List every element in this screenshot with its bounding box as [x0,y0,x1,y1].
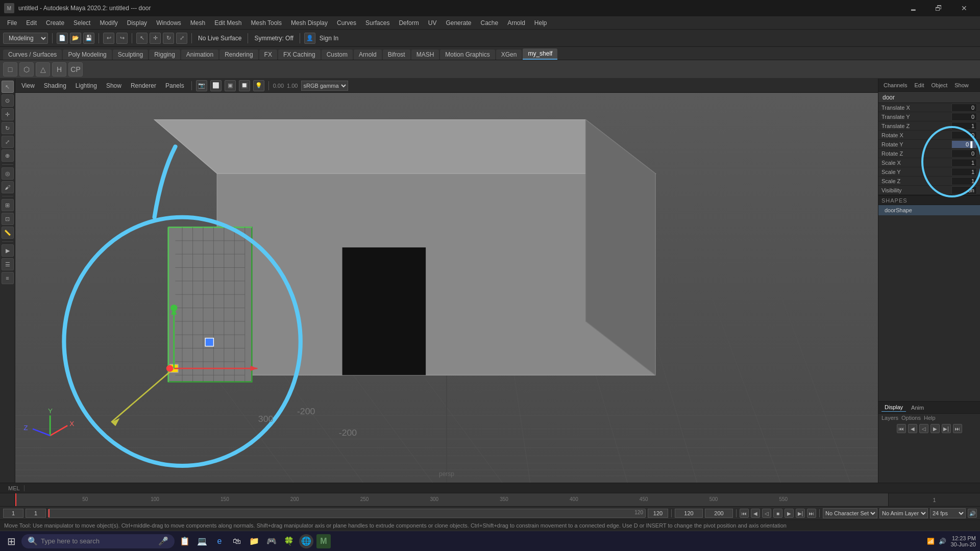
move-tool-btn[interactable]: ✛ [150,33,161,44]
shelf-tab-rendering[interactable]: Rendering [219,49,258,60]
channel-value-rx[interactable]: 0 [951,131,977,139]
shelf-tab-custom[interactable]: Custom [322,49,353,60]
timeline-bar[interactable]: 1 50 100 150 200 250 300 350 400 450 500… [0,493,980,507]
end-frame-input[interactable] [648,509,668,518]
vp-menu-panels[interactable]: Panels [162,81,187,90]
menu-modify[interactable]: Modify [95,18,121,28]
shelf-icon-3[interactable]: △ [36,62,50,77]
skip-back-btn[interactable]: ⏮ [897,424,906,433]
app-5[interactable]: 🎮 [264,534,279,548]
shelf-tab-arnold[interactable]: Arnold [354,49,382,60]
channel-value-vis[interactable]: on [951,186,977,194]
universal-tool[interactable]: ⊕ [2,149,14,162]
menu-edit[interactable]: Edit [22,18,41,28]
menu-file[interactable]: File [3,18,21,28]
undo-btn[interactable]: ↩ [103,33,114,44]
vp-menu-show[interactable]: Show [103,81,125,90]
tl-stop[interactable]: ■ [773,509,782,518]
chrome-btn[interactable]: 🌐 [299,534,313,548]
mode-dropdown[interactable]: Modeling Rigging Animation [3,33,48,44]
close-button[interactable]: ✕ [952,0,976,16]
app-6[interactable]: 🍀 [282,534,296,548]
channel-rotate-x[interactable]: Rotate X 0 [878,131,980,140]
shelf-icon-cp[interactable]: CP [68,62,83,77]
no-anim-layer-dropdown[interactable]: No Anim Layer [879,508,928,518]
scale-tool[interactable]: ⤢ [2,136,14,148]
vp-menu-view[interactable]: View [18,81,38,90]
shelf-icon-1[interactable]: □ [3,62,17,77]
snap-grid-tool[interactable]: ⊞ [2,199,14,211]
light-icon[interactable]: 💡 [253,80,264,91]
no-character-set-dropdown[interactable]: No Character Set [823,508,877,518]
channel-value-ry[interactable]: 0 ▌ [951,140,977,148]
save-scene-btn[interactable]: 💾 [83,33,94,44]
show-btn[interactable]: Show [952,81,971,89]
menu-mesh-display[interactable]: Mesh Display [287,18,332,28]
task-view-btn[interactable]: 📋 [178,534,192,548]
channel-value-tz[interactable]: 1 [951,122,977,130]
sculpt-tool[interactable]: 🖌 [2,181,14,193]
new-scene-btn[interactable]: 📄 [57,33,68,44]
display-tab[interactable]: Display [881,403,906,412]
channel-value-sy[interactable]: 1 [951,168,977,176]
timeline-ticks[interactable]: 1 50 100 150 200 250 300 350 400 450 500… [15,493,888,506]
sound-btn[interactable]: 🔊 [968,509,977,518]
menu-cache[interactable]: Cache [476,18,502,28]
edge-btn[interactable]: e [212,534,227,548]
frame-range-bar[interactable]: 120 [48,509,646,518]
channel-value-sz[interactable]: 1 [951,177,977,185]
channel-translate-x[interactable]: Translate X 0 [878,103,980,112]
object-btn[interactable]: Object [929,81,949,89]
playback-end-input[interactable] [705,509,733,518]
tl-play-back[interactable]: ◁ [762,509,771,518]
select-tool-btn[interactable]: ↖ [136,33,148,44]
menu-windows[interactable]: Windows [152,18,185,28]
render-btn[interactable]: ▶ [2,244,14,257]
shelf-tab-rigging[interactable]: Rigging [149,49,180,60]
shelf-tab-xgen[interactable]: XGen [496,49,522,60]
lasso-tool[interactable]: ⊙ [2,94,14,107]
scale-tool-btn[interactable]: ⤢ [176,33,187,44]
outline-btn[interactable]: ☰ [2,258,14,270]
layers-subtab[interactable]: Layers [881,415,898,421]
shelf-tab-mash[interactable]: MASH [411,49,439,60]
door-shape-row[interactable]: doorShape [878,205,980,215]
camera-icon[interactable]: 📷 [196,80,207,91]
gamma-dropdown[interactable]: sRGB gamma [301,81,348,91]
next-frame-btn[interactable]: ▶| [942,424,951,433]
playback-start-input[interactable] [675,509,703,518]
menu-create[interactable]: Create [42,18,68,28]
maya-taskbar-btn[interactable]: M [316,534,331,548]
files-btn[interactable]: 📁 [247,534,261,548]
prev-frame-btn[interactable]: ◀ [908,424,917,433]
channel-value-tx[interactable]: 0 [951,104,977,112]
sign-in-btn[interactable]: 👤 [304,33,315,44]
anim-tab[interactable]: Anim [908,404,927,412]
minimize-button[interactable]: 🗕 [901,0,925,16]
soft-select-tool[interactable]: ◎ [2,167,14,180]
channel-value-rz[interactable]: 0 [951,149,977,158]
menu-mesh-tools[interactable]: Mesh Tools [247,18,286,28]
snap-point-tool[interactable]: ⊡ [2,213,14,225]
vp-menu-shading[interactable]: Shading [41,81,69,90]
channel-scale-z[interactable]: Scale Z 1 [878,177,980,186]
shelf-icon-2[interactable]: ⬡ [19,62,34,77]
fps-dropdown[interactable]: 24 fps [930,508,966,518]
redo-btn[interactable]: ↪ [116,33,128,44]
menu-display[interactable]: Display [123,18,151,28]
viewport-canvas[interactable]: -200 -200 300 X Y Z persp [15,93,878,483]
channel-translate-y[interactable]: Translate Y 0 [878,112,980,121]
channel-rotate-z[interactable]: Rotate Z 0 [878,149,980,158]
shelf-tab-fx-caching[interactable]: FX Caching [278,49,321,60]
shelf-tab-curves-surfaces[interactable]: Curves / Surfaces [3,49,62,60]
current-frame-input[interactable] [26,509,46,518]
menu-curves[interactable]: Curves [333,18,360,28]
channel-translate-z[interactable]: Translate Z 1 [878,121,980,131]
menu-generate[interactable]: Generate [442,18,475,28]
open-scene-btn[interactable]: 📂 [70,33,81,44]
select-tool[interactable]: ↖ [2,81,14,93]
help-subtab[interactable]: Help [924,415,936,421]
shelf-tab-fx[interactable]: FX [259,49,277,60]
options-subtab[interactable]: Options [901,415,921,421]
menu-edit-mesh[interactable]: Edit Mesh [210,18,246,28]
